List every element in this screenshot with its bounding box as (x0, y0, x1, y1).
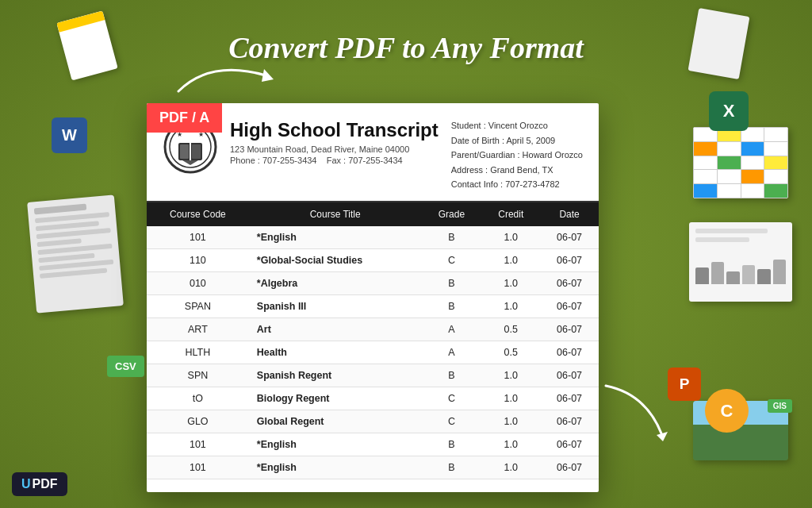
cell-code: SPN (147, 364, 249, 387)
updf-badge: U PDF (12, 472, 67, 496)
student-name: Student : Vincent Orozco (451, 119, 583, 133)
cell-grade: A (422, 341, 482, 364)
cell-credit: 1.0 (481, 433, 540, 456)
cell-date: 06-07 (540, 271, 599, 294)
student-dob: Date of Birth : April 5, 2009 (451, 134, 583, 148)
cell-code: ART (147, 318, 249, 341)
cell-date: 06-07 (540, 248, 599, 271)
grid-cell (764, 170, 787, 183)
bar (726, 271, 740, 284)
pdf-document: ★ ★ ★ High School Transcript 123 Mountai… (147, 103, 599, 492)
table-row: SPN Spanish Regent B 1.0 06-07 (147, 364, 599, 387)
cell-title: Spanish III (249, 294, 422, 318)
decorative-paper-topright (688, 8, 750, 79)
table-row: 101 *English B 1.0 06-07 (147, 226, 599, 249)
cell-title: *English (249, 456, 422, 479)
cell-title: Biology Regent (249, 387, 422, 410)
cell-credit: 1.0 (481, 294, 540, 318)
grid-cell (741, 184, 764, 198)
cell-grade: A (422, 318, 482, 341)
table-body: 101 *English B 1.0 06-07 110 *Global-Soc… (147, 226, 599, 479)
c-icon: C (705, 389, 749, 433)
cell-code: SPAN (147, 294, 249, 318)
bar (695, 267, 709, 284)
cell-grade: B (422, 226, 482, 249)
bar (742, 265, 756, 285)
table-row: HLTH Health A 0.5 06-07 (147, 341, 599, 364)
csv-badge: CSV (107, 356, 144, 377)
cell-code: GLO (147, 410, 249, 433)
cell-date: 06-07 (540, 294, 599, 318)
school-address: 123 Mountain Road, Dead River, Maine 040… (230, 144, 451, 154)
student-info: Student : Vincent Orozco Date of Birth :… (451, 119, 583, 193)
bar (711, 262, 725, 284)
cell-credit: 1.0 (481, 364, 540, 387)
cell-credit: 0.5 (481, 318, 540, 341)
grid-cell (718, 156, 741, 170)
grid-cell (764, 184, 787, 198)
cell-code: 101 (147, 456, 249, 479)
grid-cell (764, 128, 787, 141)
cell-grade: B (422, 364, 482, 387)
grid-cell (694, 184, 717, 198)
cell-code: 110 (147, 248, 249, 271)
table-row: 110 *Global-Social Studies C 1.0 06-07 (147, 248, 599, 271)
student-address: Address : Grand Bend, TX (451, 164, 583, 178)
doc-lines (689, 222, 792, 252)
cell-title: Health (249, 341, 422, 364)
decorative-doc-left (27, 194, 124, 313)
cell-grade: C (422, 248, 482, 271)
cell-credit: 1.0 (481, 248, 540, 271)
cell-title: Art (249, 318, 422, 341)
grid-cell (741, 170, 764, 183)
spreadsheet-preview (693, 127, 788, 198)
cell-title: Spanish Regent (249, 364, 422, 387)
cell-credit: 1.0 (481, 387, 540, 410)
col-header-grade: Grade (422, 202, 482, 226)
cell-code: HLTH (147, 341, 249, 364)
cell-date: 06-07 (540, 456, 599, 479)
table-row: GLO Global Regent C 1.0 06-07 (147, 410, 599, 433)
cell-code: 101 (147, 433, 249, 456)
cell-credit: 1.0 (481, 456, 540, 479)
cell-grade: B (422, 294, 482, 318)
col-header-title: Course Title (249, 202, 422, 226)
updf-text: PDF (33, 477, 58, 491)
cell-title: *English (249, 433, 422, 456)
table-row: ART Art A 0.5 06-07 (147, 318, 599, 341)
col-header-code: Course Code (147, 202, 249, 226)
cell-title: *English (249, 226, 422, 249)
cell-credit: 1.0 (481, 271, 540, 294)
cell-date: 06-07 (540, 387, 599, 410)
cell-grade: B (422, 271, 482, 294)
arrow-decoration-right (598, 378, 677, 444)
grid-cell (764, 156, 787, 170)
cell-date: 06-07 (540, 364, 599, 387)
excel-icon: X (709, 91, 749, 131)
cell-grade: B (422, 433, 482, 456)
col-header-credit: Credit (481, 202, 540, 226)
cell-title: *Algebra (249, 271, 422, 294)
cell-title: Global Regent (249, 410, 422, 433)
cell-credit: 1.0 (481, 226, 540, 249)
cell-date: 06-07 (540, 318, 599, 341)
word-icon: W (52, 117, 87, 153)
pdf-badge: PDF / A (147, 103, 222, 133)
cell-title: *Global-Social Studies (249, 248, 422, 271)
transcript-title: High School Transcript (230, 119, 451, 141)
page-title: Convert PDF to Any Format (228, 30, 584, 65)
doc-line (695, 229, 768, 233)
cell-code: tO (147, 387, 249, 410)
school-info: High School Transcript 123 Mountain Road… (230, 119, 451, 167)
decorative-paper-topleft (56, 11, 117, 81)
table-row: tO Biology Regent C 1.0 06-07 (147, 387, 599, 410)
table-row: 101 *English B 1.0 06-07 (147, 433, 599, 456)
decorative-doc-right (689, 222, 792, 302)
green-tag: GIS (768, 399, 792, 413)
grid-cell (741, 142, 764, 156)
transcript-table: Course Code Course Title Grade Credit Da… (147, 202, 599, 479)
powerpoint-icon: P (668, 368, 701, 401)
grid-cell (694, 170, 717, 183)
grid-cell (694, 142, 717, 156)
bar (757, 269, 771, 284)
